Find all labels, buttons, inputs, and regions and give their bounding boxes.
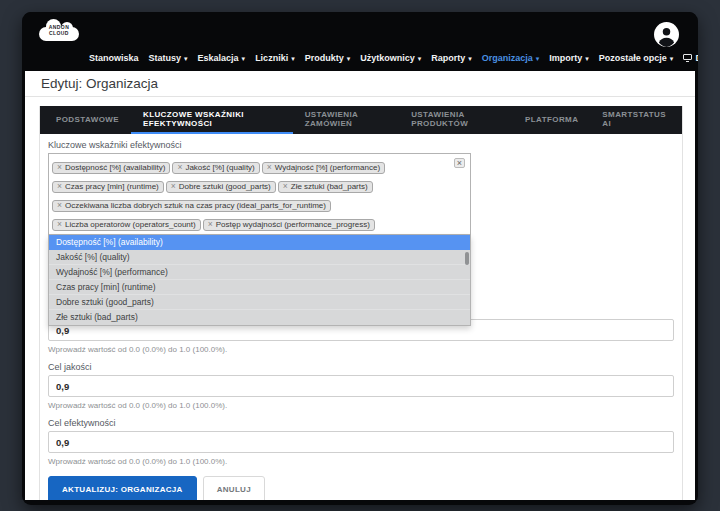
tag-label: Liczba operatorów (operators_count) [65,220,196,230]
remove-tag-icon[interactable]: × [57,163,62,173]
tag-label: Postęp wydajności (performance_progress) [216,220,370,230]
tab-ustawienia-zamówień[interactable]: USTAWIENIA ZAMÓWIEŃ [293,106,400,134]
dropdown-scrollbar[interactable] [465,252,469,265]
performance-hint: Wprowadź wartość od 0.0 (0.0%) do 1.0 (1… [48,457,674,466]
nav-item-label: Stanowiska [89,53,139,63]
selected-tag: ×Jakość [%] (quality) [172,162,259,175]
kpi-multiselect-label: Kluczowe wskaźniki efektywności [48,140,674,150]
form-actions: AKTUALIZUJ: ORGANIZACJA ANULUJ [48,476,674,500]
kpi-dropdown: Dostępność [%] (availability)Jakość [%] … [48,235,471,326]
selected-tag: ×Dobre sztuki (good_parts) [166,181,276,194]
nav-item-użytkownicy[interactable]: Użytkownicy▾ [360,53,421,63]
tab-ustawienia-produktów[interactable]: USTAWIENIA PRODUKTÓW [399,106,513,134]
nav-item-label: Organizacja [482,53,533,63]
nav-item-label: Statusy [149,53,182,63]
dropdown-option-dobre-sztuki-good-parts[interactable]: Dobre sztuki (good_parts) [49,295,470,310]
selected-tag: ×Oczekiwana liczba dobrych sztuk na czas… [52,200,331,213]
tab-podstawowe[interactable]: PODSTAWOWE [44,106,131,134]
nav-item-produkty[interactable]: Produkty▾ [305,53,351,63]
tag-label: Wydajność [%] (performance) [275,163,380,173]
chevron-down-icon: ▾ [468,55,472,63]
chevron-down-icon: ▾ [670,55,674,63]
nav-item-pozostałe-opcje[interactable]: Pozostałe opcje▾ [599,53,674,63]
chevron-down-icon: ▾ [184,55,188,63]
tab-smartstatus-ai[interactable]: SMARTSTATUS AI [590,106,678,134]
page-header: Edytuj: Organizacja [25,71,695,97]
nav-item-label: Użytkownicy [360,53,415,63]
update-organization-button[interactable]: AKTUALIZUJ: ORGANIZACJA [48,476,197,500]
remove-tag-icon[interactable]: × [283,182,288,192]
dropdown-option-jakość-quality[interactable]: Jakość [%] (quality) [49,250,470,265]
monitor-icon [683,54,692,60]
nav-item-label: Importy [549,53,582,63]
tab-bar: PODSTAWOWEKLUCZOWE WSKAŹNIKI EFEKTYWNOŚC… [40,106,682,134]
nav-item-stanowiska[interactable]: Stanowiska [89,53,139,63]
app-window: ANDONCLOUD StanowiskaStatusy▾Eskalacja▾L… [22,12,698,505]
nav-item-statusy[interactable]: Statusy▾ [149,53,188,63]
tag-label: Jakość [%] (quality) [185,163,254,173]
nav-item-label: Pozostałe opcje [599,53,667,63]
chevron-down-icon: ▾ [536,55,540,63]
page-title: Edytuj: Organizacja [41,76,158,91]
remove-tag-icon[interactable]: × [171,182,176,192]
edit-organization-card: PODSTAWOWEKLUCZOWE WSKAŹNIKI EFEKTYWNOŚC… [39,106,683,500]
tag-label: Dostępność [%] (availability) [65,163,165,173]
dropdown-option-złe-sztuki-bad-parts[interactable]: Złe sztuki (bad_parts) [49,310,470,325]
nav-item-label: Liczniki [255,53,288,63]
brand-logo[interactable]: ANDONCLOUD [39,19,79,41]
dropdown-option-czas-pracy-min-runtime[interactable]: Czas pracy [min] (runtime) [49,280,470,295]
nav-menu: StanowiskaStatusy▾Eskalacja▾Liczniki▾Pro… [37,47,683,71]
tag-label: Złe sztuki (bad_parts) [291,182,368,192]
tag-label: Oczekiwana liczba dobrych sztuk na czas … [65,201,326,211]
user-avatar[interactable] [654,22,679,47]
tab-platforma[interactable]: PLATFORMA [513,106,590,134]
remove-tag-icon[interactable]: × [57,220,62,230]
remove-tag-icon[interactable]: × [267,163,272,173]
chevron-down-icon: ▾ [585,55,589,63]
selected-tag: ×Wydajność [%] (performance) [262,162,385,175]
quality-target-input[interactable] [48,375,674,397]
kpi-multiselect-wrap: × ×Dostępność [%] (availability)×Jakość … [48,153,471,235]
nav-item-raporty[interactable]: Raporty▾ [431,53,472,63]
clear-all-icon[interactable]: × [454,158,465,168]
selected-tag: ×Postęp wydajności (performance_progress… [203,219,375,232]
nav-item-dashboard[interactable]: Dashboard▾ [683,53,698,63]
dropdown-option-wydajność-performance[interactable]: Wydajność [%] (performance) [49,265,470,280]
chevron-down-icon: ▾ [291,55,295,63]
dropdown-option-dostępność-availability[interactable]: Dostępność [%] (availability) [49,235,470,250]
nav-item-liczniki[interactable]: Liczniki▾ [255,53,295,63]
nav-item-label: Eskalacja [198,53,239,63]
nav-item-importy[interactable]: Importy▾ [549,53,589,63]
nav-item-eskalacja[interactable]: Eskalacja▾ [198,53,246,63]
performance-target-input[interactable] [48,431,674,453]
selected-tag: ×Liczba operatorów (operators_count) [52,219,201,232]
kpi-multiselect[interactable]: × ×Dostępność [%] (availability)×Jakość … [48,153,471,235]
availability-hint: Wprowadź wartość od 0.0 (0.0%) do 1.0 (1… [48,345,674,354]
nav-item-label: Dashboard [695,53,698,63]
remove-tag-icon[interactable]: × [57,201,62,211]
chevron-down-icon: ▾ [242,55,246,63]
selected-tag: ×Czas pracy [min] (runtime) [52,181,164,194]
performance-target-label: Cel efektywności [48,418,674,428]
chevron-down-icon: ▾ [347,55,351,63]
remove-tag-icon[interactable]: × [208,220,213,230]
tag-list: ×Dostępność [%] (availability)×Jakość [%… [52,156,387,230]
kpi-form: Kluczowe wskaźniki efektywności × ×Dostę… [40,134,682,500]
chevron-down-icon: ▾ [418,55,422,63]
top-navbar: ANDONCLOUD StanowiskaStatusy▾Eskalacja▾L… [25,12,695,71]
quality-target-label: Cel jakości [48,362,674,372]
selected-tag: ×Dostępność [%] (availability) [52,162,170,175]
brand-text: ANDONCLOUD [39,25,79,36]
user-avatar-icon [654,22,679,47]
tag-label: Czas pracy [min] (runtime) [65,182,159,192]
remove-tag-icon[interactable]: × [57,182,62,192]
tab-kluczowe-wskaźniki-efektywności[interactable]: KLUCZOWE WSKAŹNIKI EFEKTYWNOŚCI [131,106,293,134]
quality-hint: Wprowadź wartość od 0.0 (0.0%) do 1.0 (1… [48,401,674,410]
nav-item-label: Raporty [431,53,465,63]
remove-tag-icon[interactable]: × [177,163,182,173]
cancel-button[interactable]: ANULUJ [203,476,265,500]
nav-item-organizacja[interactable]: Organizacja▾ [482,53,540,63]
selected-tag: ×Złe sztuki (bad_parts) [278,181,373,194]
tag-label: Dobre sztuki (good_parts) [179,182,271,192]
nav-item-label: Produkty [305,53,344,63]
